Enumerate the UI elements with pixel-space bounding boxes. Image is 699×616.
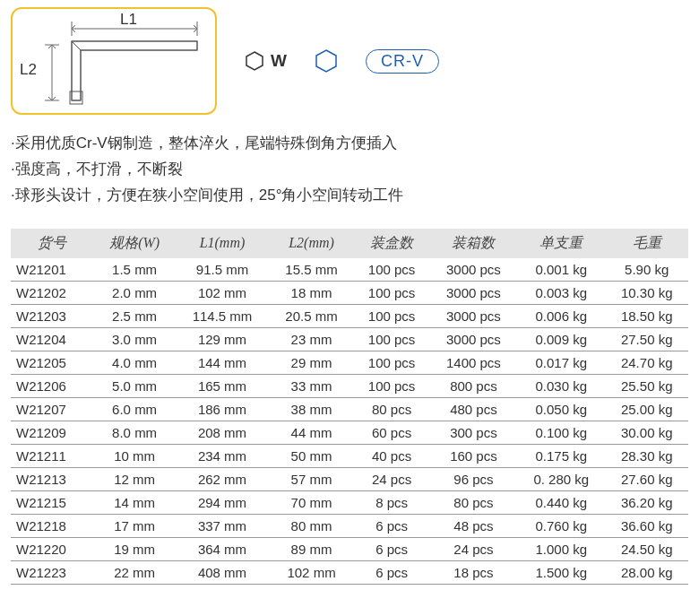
table-row: W2121110 mm234 mm50 mm40 pcs160 pcs0.175… [11, 444, 688, 467]
table-cell: W21215 [11, 490, 94, 514]
table-row: W2122019 mm364 mm89 mm6 pcs24 pcs1.000 k… [11, 537, 688, 560]
table-cell: W21202 [11, 281, 94, 304]
table-cell: 3.0 mm [94, 327, 175, 351]
table-cell: 364 mm [175, 537, 269, 560]
svg-marker-9 [316, 50, 336, 72]
spec-table: 货号 规格(W) L1(mm) L2(mm) 装盒数 装箱数 单支重 毛重 W2… [11, 229, 688, 585]
table-cell: 2.5 mm [94, 304, 175, 327]
table-cell: 5.0 mm [94, 374, 175, 397]
table-cell: 6 pcs [353, 537, 429, 560]
table-cell: W21220 [11, 537, 94, 560]
table-cell: 129 mm [175, 327, 269, 351]
table-cell: 262 mm [175, 467, 269, 490]
crv-badge: CR-V [366, 49, 439, 74]
table-cell: 100 pcs [353, 258, 429, 282]
table-cell: 18 pcs [430, 560, 517, 584]
table-body: W212011.5 mm91.5 mm15.5 mm100 pcs3000 pc… [11, 258, 688, 585]
table-row: W2121817 mm337 mm80 mm6 pcs48 pcs0.760 k… [11, 514, 688, 537]
table-cell: 100 pcs [353, 304, 429, 327]
w-label: W [271, 51, 287, 71]
table-cell: 0.009 kg [517, 327, 605, 351]
table-cell: 3000 pcs [430, 304, 517, 327]
table-cell: 1400 pcs [430, 351, 517, 374]
table-cell: W21206 [11, 374, 94, 397]
table-cell: 36.20 kg [605, 490, 688, 514]
bullet-item: 采用优质Cr-V钢制造，整体淬火，尾端特殊倒角方便插入 [11, 131, 688, 157]
table-cell: W21223 [11, 560, 94, 584]
bullet-item: 球形头设计，方便在狭小空间使用，25°角小空间转动工件 [11, 183, 688, 209]
col-header: 单支重 [517, 229, 605, 258]
table-cell: 25.50 kg [605, 374, 688, 397]
table-cell: 89 mm [270, 537, 354, 560]
table-cell: 100 pcs [353, 374, 429, 397]
table-cell: 234 mm [175, 444, 269, 467]
table-cell: 28.00 kg [605, 560, 688, 584]
table-cell: 0.440 kg [517, 490, 605, 514]
table-cell: 480 pcs [430, 397, 517, 421]
table-cell: 4.0 mm [94, 351, 175, 374]
table-cell: 0.100 kg [517, 421, 605, 444]
table-cell: 19 mm [94, 537, 175, 560]
col-header: 装箱数 [430, 229, 517, 258]
table-cell: 408 mm [175, 560, 269, 584]
table-cell: 27.50 kg [605, 327, 688, 351]
table-cell: 18.50 kg [605, 304, 688, 327]
table-row: W212032.5 mm114.5 mm20.5 mm100 pcs3000 p… [11, 304, 688, 327]
table-cell: 0.006 kg [517, 304, 605, 327]
table-cell: 27.60 kg [605, 467, 688, 490]
table-cell: 91.5 mm [175, 258, 269, 282]
table-cell: 100 pcs [353, 281, 429, 304]
table-cell: 0.760 kg [517, 514, 605, 537]
table-cell: 24 pcs [430, 537, 517, 560]
table-cell: 33 mm [270, 374, 354, 397]
feature-bullets: 采用优质Cr-V钢制造，整体淬火，尾端特殊倒角方便插入 强度高，不打滑，不断裂 … [11, 131, 688, 209]
table-cell: 0.050 kg [517, 397, 605, 421]
table-cell: 0. 280 kg [517, 467, 605, 490]
table-cell: 160 pcs [430, 444, 517, 467]
table-cell: 0.175 kg [517, 444, 605, 467]
table-cell: W21213 [11, 467, 94, 490]
table-cell: 3000 pcs [430, 281, 517, 304]
table-cell: 14 mm [94, 490, 175, 514]
table-cell: W21218 [11, 514, 94, 537]
svg-line-7 [72, 41, 81, 50]
col-header: 货号 [11, 229, 94, 258]
table-cell: 40 pcs [353, 444, 429, 467]
table-cell: 300 pcs [430, 421, 517, 444]
table-cell: W21209 [11, 421, 94, 444]
table-cell: 3000 pcs [430, 258, 517, 282]
table-cell: 28.30 kg [605, 444, 688, 467]
table-cell: 24 pcs [353, 467, 429, 490]
table-cell: W21211 [11, 444, 94, 467]
table-cell: 8.0 mm [94, 421, 175, 444]
table-cell: W21203 [11, 304, 94, 327]
table-cell: 12 mm [94, 467, 175, 490]
table-cell: 36.60 kg [605, 514, 688, 537]
table-row: W212043.0 mm129 mm23 mm100 pcs3000 pcs0.… [11, 327, 688, 351]
table-cell: 102 mm [175, 281, 269, 304]
table-cell: 0.017 kg [517, 351, 605, 374]
table-cell: 15.5 mm [270, 258, 354, 282]
table-cell: W21204 [11, 327, 94, 351]
table-row: W212022.0 mm102 mm18 mm100 pcs3000 pcs0.… [11, 281, 688, 304]
table-cell: 57 mm [270, 467, 354, 490]
table-cell: 24.50 kg [605, 537, 688, 560]
table-cell: 6 pcs [353, 514, 429, 537]
table-header-row: 货号 规格(W) L1(mm) L2(mm) 装盒数 装箱数 单支重 毛重 [11, 229, 688, 258]
bullet-item: 强度高，不打滑，不断裂 [11, 157, 688, 183]
table-cell: 44 mm [270, 421, 354, 444]
table-cell: W21201 [11, 258, 94, 282]
table-cell: 800 pcs [430, 374, 517, 397]
table-cell: 80 pcs [353, 397, 429, 421]
table-cell: 208 mm [175, 421, 269, 444]
table-cell: 38 mm [270, 397, 354, 421]
table-cell: 294 mm [175, 490, 269, 514]
table-cell: 30.00 kg [605, 421, 688, 444]
table-cell: 337 mm [175, 514, 269, 537]
table-cell: 23 mm [270, 327, 354, 351]
table-cell: 3000 pcs [430, 327, 517, 351]
table-row: W212065.0 mm165 mm33 mm100 pcs800 pcs0.0… [11, 374, 688, 397]
table-row: W2121312 mm262 mm57 mm24 pcs96 pcs0. 280… [11, 467, 688, 490]
table-cell: 60 pcs [353, 421, 429, 444]
l1-label: L1 [120, 11, 137, 29]
